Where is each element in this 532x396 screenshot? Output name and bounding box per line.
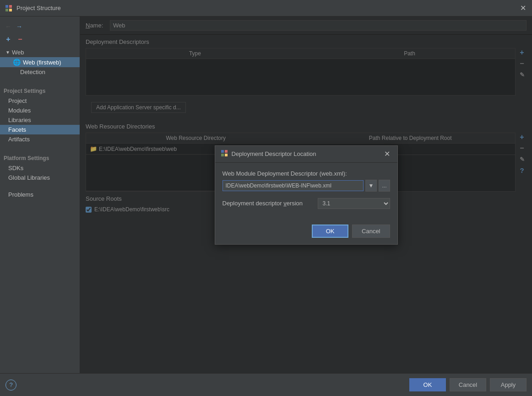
main-layout: ← → + − ▼ Web 🌐 Web (firstweb) Detection…	[0, 16, 532, 373]
tree-item-web-firstweb-label: Web (firstweb)	[23, 59, 61, 66]
sidebar-item-modules[interactable]: Modules	[0, 106, 80, 115]
svg-rect-5	[225, 150, 228, 153]
dialog-overlay: Deployment Descriptor Location ✕ Web Mod…	[80, 16, 532, 373]
sidebar-toolbar: + −	[0, 33, 80, 48]
tree-arrow-icon: ▼	[5, 50, 10, 55]
dialog-body: Web Module Deployment Descriptor (web.xm…	[215, 163, 397, 221]
bottom-bar: ? OK Cancel Apply	[0, 373, 532, 396]
dialog-cancel-button[interactable]: Cancel	[352, 225, 390, 238]
title-bar: Project Structure ✕	[0, 0, 532, 16]
tree-item-web-firstweb[interactable]: 🌐 Web (firstweb)	[0, 57, 80, 67]
dialog-buttons: OK Cancel	[215, 221, 397, 244]
svg-rect-3	[9, 9, 12, 11]
cancel-button[interactable]: Cancel	[450, 378, 486, 391]
tree-item-web-label: Web	[12, 49, 24, 56]
detection-label: Detection	[20, 69, 45, 75]
dialog-title: Deployment Descriptor Location	[232, 150, 379, 157]
svg-rect-7	[225, 154, 228, 156]
descriptor-field-label: Web Module Deployment Descriptor (web.xm…	[223, 170, 390, 177]
sidebar-item-problems[interactable]: Problems	[0, 190, 80, 199]
remove-item-button[interactable]: −	[16, 35, 25, 44]
tree-item-detection[interactable]: Detection	[0, 67, 80, 77]
svg-rect-2	[5, 9, 8, 11]
sidebar-item-facets[interactable]: Facets	[0, 125, 80, 134]
version-select[interactable]: 3.1 3.0 2.5 2.4	[318, 198, 390, 209]
sidebar-item-sdks[interactable]: SDKs	[0, 163, 80, 173]
deployment-descriptor-dialog: Deployment Descriptor Location ✕ Web Mod…	[215, 145, 398, 245]
window-title: Project Structure	[16, 5, 61, 11]
forward-button[interactable]: →	[15, 22, 24, 31]
dialog-ok-button[interactable]: OK	[312, 225, 348, 238]
svg-rect-6	[221, 154, 224, 156]
dialog-icon	[221, 150, 228, 158]
back-button[interactable]: ←	[4, 22, 13, 31]
version-label: Deployment descriptor version	[223, 200, 314, 207]
nav-bar: ← →	[0, 20, 80, 33]
descriptor-browse-button[interactable]: ...	[379, 180, 390, 192]
descriptor-input-row: ▼ ...	[223, 180, 390, 192]
dialog-title-bar: Deployment Descriptor Location ✕	[215, 146, 397, 163]
sidebar-item-libraries[interactable]: Libraries	[0, 115, 80, 125]
apply-button[interactable]: Apply	[490, 378, 527, 391]
add-item-button[interactable]: +	[4, 35, 13, 44]
descriptor-path-input[interactable]	[223, 180, 364, 191]
sidebar-item-global-libraries[interactable]: Global Libraries	[0, 173, 80, 182]
svg-rect-4	[221, 150, 224, 153]
platform-settings-label: Platform Settings	[0, 151, 80, 163]
help-button[interactable]: ?	[5, 380, 16, 391]
app-icon	[5, 4, 13, 12]
version-row: Deployment descriptor version 3.1 3.0 2.…	[223, 198, 390, 209]
project-settings-label: Project Settings	[0, 84, 80, 96]
web-icon: 🌐	[13, 59, 21, 66]
descriptor-dropdown-button[interactable]: ▼	[365, 180, 377, 192]
tree-item-web[interactable]: ▼ Web	[0, 48, 80, 57]
svg-rect-0	[5, 5, 8, 8]
svg-rect-1	[9, 5, 12, 8]
ok-button[interactable]: OK	[409, 378, 446, 391]
sidebar-item-project[interactable]: Project	[0, 96, 80, 106]
sidebar: ← → + − ▼ Web 🌐 Web (firstweb) Detection…	[0, 16, 80, 373]
content-area: Name: Deployment Descriptors Type Path	[80, 16, 532, 373]
sidebar-item-artifacts[interactable]: Artifacts	[0, 134, 80, 144]
dialog-close-button[interactable]: ✕	[383, 150, 392, 159]
close-button[interactable]: ✕	[518, 4, 527, 13]
